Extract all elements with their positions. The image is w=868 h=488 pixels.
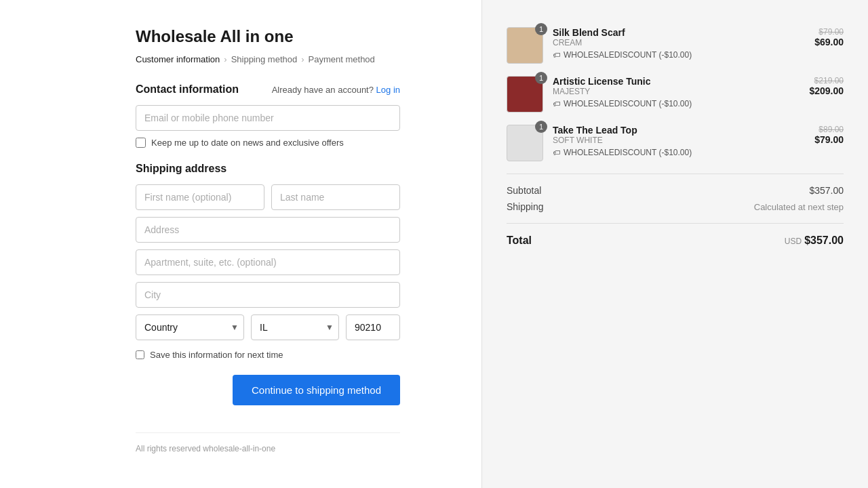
sale-price: $79.00 [814,134,844,145]
item-qty-badge: 1 [535,23,547,35]
original-price: $89.00 [814,125,844,134]
name-row [136,184,400,210]
discount-icon: 🏷 [553,51,560,59]
login-prompt: Already have an account? Log in [272,85,400,95]
total-amount: USD$357.00 [785,235,844,247]
item-price-col: $219.00 $209.00 [809,76,844,96]
city-input[interactable] [136,282,400,308]
subtotal-row: Subtotal $357.00 [507,185,844,196]
order-items-list: 1 Silk Blend Scarf CREAM 🏷 WHOLESALEDISC… [507,27,844,161]
discount-row: 🏷 WHOLESALEDISCOUNT (-$10.00) [553,99,800,108]
discount-icon: 🏷 [553,148,560,157]
order-item: 1 Silk Blend Scarf CREAM 🏷 WHOLESALEDISC… [507,27,844,64]
item-image-wrap: 1 [507,125,543,161]
discount-text: WHOLESALEDISCOUNT (-$10.00) [564,50,692,60]
sale-price: $209.00 [809,85,844,96]
order-item: 1 Artistic License Tunic MAJESTY 🏷 WHOLE… [507,76,844,113]
email-input[interactable] [136,105,400,131]
item-qty-badge: 1 [535,121,547,133]
item-details: Artistic License Tunic MAJESTY 🏷 WHOLESA… [553,76,800,108]
shipping-row: Shipping Calculated at next step [507,201,844,212]
breadcrumb-shipping[interactable]: Shipping method [231,54,298,64]
contact-title: Contact information [136,83,239,96]
breadcrumb-payment[interactable]: Payment method [309,54,375,64]
sale-price: $69.00 [814,37,844,47]
continue-button[interactable]: Continue to shipping method [233,375,400,405]
address-input[interactable] [136,217,400,243]
shipping-value: Calculated at next step [754,202,844,212]
total-row: Total USD$357.00 [507,235,844,247]
total-label: Total [507,235,532,247]
breadcrumb-sep-2: › [301,54,304,64]
save-info-label[interactable]: Save this information for next time [150,350,283,360]
subtotal-label: Subtotal [507,185,541,196]
item-image-wrap: 1 [507,76,543,113]
item-variant: SOFT WHITE [553,136,805,145]
zip-input[interactable] [346,314,400,340]
total-currency: USD [785,237,802,246]
newsletter-label[interactable]: Keep me up to date on news and exclusive… [151,138,344,148]
divider-1 [507,174,844,174]
item-details: Silk Blend Scarf CREAM 🏷 WHOLESALEDISCOU… [553,27,805,60]
shipping-label: Shipping [507,201,544,212]
item-price-col: $89.00 $79.00 [814,125,844,145]
item-details: Take The Lead Top SOFT WHITE 🏷 WHOLESALE… [553,125,805,157]
original-price: $219.00 [809,76,844,85]
item-qty-badge: 1 [535,72,547,84]
country-select[interactable]: Country United States Canada [136,314,244,340]
country-wrap: Country United States Canada ▼ [136,314,244,340]
discount-row: 🏷 WHOLESALEDISCOUNT (-$10.00) [553,148,805,157]
save-row: Save this information for next time [136,350,400,360]
item-variant: CREAM [553,38,805,47]
right-panel: 1 Silk Blend Scarf CREAM 🏷 WHOLESALEDISC… [481,0,868,488]
item-name: Artistic License Tunic [553,76,800,87]
breadcrumb-customer[interactable]: Customer information [136,54,220,64]
apt-input[interactable] [136,249,400,275]
item-name: Take The Lead Top [553,125,805,136]
divider-2 [507,223,844,224]
breadcrumb-sep-1: › [224,54,226,64]
item-image-wrap: 1 [507,27,543,64]
discount-icon: 🏷 [553,100,560,108]
discount-row: 🏷 WHOLESALEDISCOUNT (-$10.00) [553,50,805,60]
item-variant: MAJESTY [553,87,800,96]
subtotal-value: $357.00 [809,185,844,196]
discount-text: WHOLESALEDISCOUNT (-$10.00) [564,99,692,108]
total-value: $357.00 [804,235,844,246]
original-price: $79.00 [814,27,844,37]
shipping-section-header: Shipping address [136,163,400,175]
last-name-input[interactable] [271,184,400,210]
item-name: Silk Blend Scarf [553,27,805,38]
footer-text: All rights reserved wholesale-all-in-one [136,432,400,453]
breadcrumb: Customer information › Shipping method ›… [136,54,400,64]
store-title: Wholesale All in one [136,27,400,46]
save-info-checkbox[interactable] [136,350,144,359]
country-state-zip-row: Country United States Canada ▼ IL CA NY … [136,314,400,340]
item-price-col: $79.00 $69.00 [814,27,844,47]
order-item: 1 Take The Lead Top SOFT WHITE 🏷 WHOLESA… [507,125,844,161]
newsletter-row: Keep me up to date on news and exclusive… [136,138,400,148]
shipping-section: Shipping address Country United States C… [136,163,400,405]
discount-text: WHOLESALEDISCOUNT (-$10.00) [564,148,692,157]
newsletter-checkbox[interactable] [136,138,146,148]
state-select[interactable]: IL CA NY TX [251,314,339,340]
shipping-title: Shipping address [136,163,226,175]
contact-section-header: Contact information Already have an acco… [136,83,400,96]
left-panel: Wholesale All in one Customer informatio… [0,0,481,488]
log-in-link[interactable]: Log in [376,85,400,95]
state-wrap: IL CA NY TX ▼ [251,314,339,340]
first-name-input[interactable] [136,184,264,210]
